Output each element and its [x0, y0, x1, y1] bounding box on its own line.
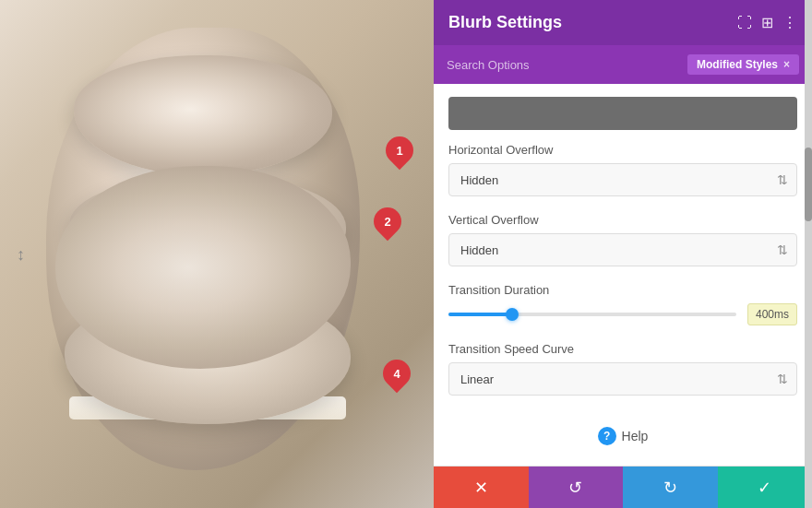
redo-button[interactable]: ↻ — [623, 467, 718, 508]
macaron-middle — [69, 175, 346, 286]
transition-duration-value[interactable]: 400ms — [747, 303, 797, 325]
scrollbar-thumb[interactable] — [805, 148, 812, 221]
scroll-up-arrow: ↕ — [17, 246, 25, 263]
scroll-indicator: ↕ — [17, 246, 25, 263]
cancel-button[interactable]: ✕ — [434, 467, 529, 508]
expand-icon[interactable]: ⛶ — [737, 15, 752, 31]
panel-header: Blurb Settings ⛶ ⊞ ⋮ — [434, 0, 812, 45]
transition-duration-slider[interactable] — [448, 313, 736, 316]
slider-thumb[interactable] — [506, 308, 519, 321]
transition-speed-group: Transition Speed Curve Linear Ease Ease … — [448, 342, 797, 396]
layout-icon[interactable]: ⊞ — [761, 14, 773, 31]
panel-toolbar: ✕ ↺ ↻ ✓ — [434, 466, 812, 508]
top-partial-input[interactable] — [448, 97, 797, 130]
more-options-icon[interactable]: ⋮ — [782, 14, 797, 31]
transition-speed-label: Transition Speed Curve — [448, 342, 797, 356]
transition-speed-select-wrapper: Linear Ease Ease In Ease Out Ease In Out… — [448, 362, 797, 396]
horizontal-overflow-label: Horizontal Overflow — [448, 143, 797, 157]
modified-styles-badge[interactable]: Modified Styles × — [687, 54, 799, 75]
horizontal-overflow-select[interactable]: Hidden Visible Scroll Auto — [448, 163, 797, 196]
help-icon: ? — [598, 427, 616, 445]
scrollbar-track — [805, 0, 812, 508]
transition-duration-slider-row: 400ms — [448, 303, 797, 325]
search-bar: Search Options Modified Styles × — [434, 45, 812, 84]
undo-button[interactable]: ↺ — [529, 467, 624, 508]
save-button[interactable]: ✓ — [718, 467, 813, 508]
slider-fill — [448, 313, 512, 316]
settings-panel: Blurb Settings ⛶ ⊞ ⋮ Search Options Modi… — [434, 0, 812, 508]
transition-speed-select[interactable]: Linear Ease Ease In Ease Out Ease In Out — [448, 362, 797, 396]
header-icons: ⛶ ⊞ ⋮ — [737, 14, 797, 31]
macaron-top — [74, 55, 332, 175]
transition-duration-group: Transition Duration 400ms — [448, 283, 797, 325]
annotation-badge-2: 2 — [368, 202, 407, 241]
help-row[interactable]: ? Help — [448, 412, 797, 453]
modified-styles-close[interactable]: × — [783, 58, 790, 71]
horizontal-overflow-select-wrapper: Hidden Visible Scroll Auto ⇅ — [448, 163, 797, 196]
macaron-filling-1 — [74, 273, 341, 301]
annotation-badge-1: 1 — [380, 131, 419, 170]
vertical-overflow-label: Vertical Overflow — [448, 213, 797, 227]
horizontal-overflow-group: Horizontal Overflow Hidden Visible Scrol… — [448, 143, 797, 196]
vertical-overflow-group: Vertical Overflow Hidden Visible Scroll … — [448, 213, 797, 266]
annotation-badge-4: 4 — [377, 354, 416, 393]
vertical-overflow-select[interactable]: Hidden Visible Scroll Auto — [448, 233, 797, 266]
panel-title: Blurb Settings — [448, 13, 562, 32]
modified-styles-label: Modified Styles — [697, 58, 778, 71]
help-label: Help — [622, 429, 649, 443]
macaron-bottom — [65, 295, 351, 424]
transition-duration-label: Transition Duration — [448, 283, 797, 297]
search-label[interactable]: Search Options — [447, 58, 530, 72]
panel-content: Horizontal Overflow Hidden Visible Scrol… — [434, 84, 812, 466]
vertical-overflow-select-wrapper: Hidden Visible Scroll Auto ⇅ — [448, 233, 797, 266]
image-background: ↕ 1 2 3 4 — [0, 0, 434, 508]
